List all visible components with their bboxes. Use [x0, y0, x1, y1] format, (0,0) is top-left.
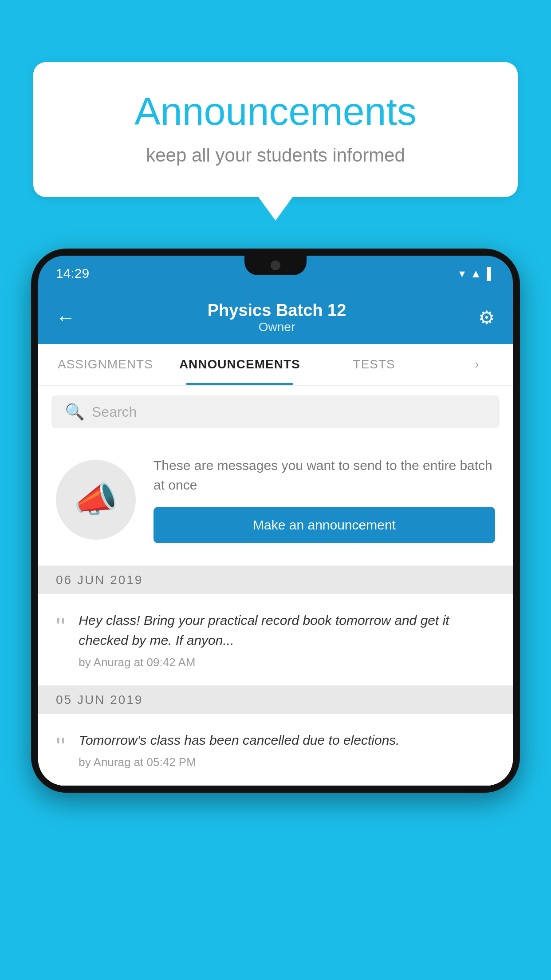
signal-icon: ▲ — [470, 267, 482, 281]
announcement-item-1: " Hey class! Bring your practical record… — [38, 594, 513, 686]
quote-icon-1: " — [56, 614, 65, 640]
wifi-icon: ▾ — [459, 267, 465, 281]
camera-dot — [271, 261, 280, 270]
status-bar: 14:29 ▾ ▲ ▌ — [38, 256, 513, 291]
search-placeholder: Search — [92, 404, 137, 420]
megaphone-icon: 📣 — [74, 479, 118, 521]
quote-icon-2: " — [56, 734, 65, 760]
announcement-text-2: Tomorrow's class has been cancelled due … — [79, 730, 495, 769]
phone-screen: ← Physics Batch 12 Owner ⚙ ASSIGNMENTS A… — [38, 291, 513, 786]
announcement-message-2: Tomorrow's class has been cancelled due … — [79, 730, 495, 750]
battery-icon: ▌ — [487, 267, 495, 281]
bubble-title: Announcements — [69, 89, 482, 134]
app-header: ← Physics Batch 12 Owner ⚙ — [38, 291, 513, 344]
phone-wrapper: 14:29 ▾ ▲ ▌ ← Physics Batch 12 Owner ⚙ — [31, 249, 520, 793]
announcement-prompt-right: These are messages you want to send to t… — [153, 456, 495, 543]
settings-icon[interactable]: ⚙ — [478, 307, 495, 328]
tab-assignments[interactable]: ASSIGNMENTS — [38, 344, 173, 385]
phone-notch — [244, 256, 307, 275]
status-icons: ▾ ▲ ▌ — [459, 267, 495, 281]
content-area: 🔍 Search 📣 These are messages you want t… — [38, 386, 513, 786]
user-role: Owner — [208, 320, 346, 334]
speech-bubble-card: Announcements keep all your students inf… — [33, 62, 518, 197]
search-input-wrap[interactable]: 🔍 Search — [51, 395, 500, 428]
status-time: 14:29 — [56, 266, 89, 281]
tabs-bar: ASSIGNMENTS ANNOUNCEMENTS TESTS › — [38, 344, 513, 386]
phone-device: 14:29 ▾ ▲ ▌ ← Physics Batch 12 Owner ⚙ — [31, 249, 520, 793]
announcement-meta-2: by Anurag at 05:42 PM — [79, 755, 495, 769]
search-bar: 🔍 Search — [38, 386, 513, 438]
batch-name: Physics Batch 12 — [208, 301, 346, 320]
announcement-text-1: Hey class! Bring your practical record b… — [79, 610, 495, 669]
date-separator-2: 05 JUN 2019 — [38, 686, 513, 714]
announcement-message-1: Hey class! Bring your practical record b… — [79, 610, 495, 650]
speech-bubble-section: Announcements keep all your students inf… — [33, 62, 518, 221]
bubble-subtitle: keep all your students informed — [69, 145, 482, 166]
announcement-item-2: " Tomorrow's class has been cancelled du… — [38, 714, 513, 786]
announcement-icon-circle: 📣 — [56, 460, 136, 540]
announcement-prompt-card: 📣 These are messages you want to send to… — [38, 438, 513, 566]
search-icon: 🔍 — [65, 403, 85, 421]
header-title-block: Physics Batch 12 Owner — [208, 301, 346, 334]
make-announcement-button[interactable]: Make an announcement — [153, 507, 495, 543]
back-button[interactable]: ← — [56, 307, 75, 329]
announcement-meta-1: by Anurag at 09:42 AM — [79, 656, 495, 669]
tab-more[interactable]: › — [441, 344, 513, 385]
announcement-description: These are messages you want to send to t… — [153, 456, 495, 494]
date-separator-1: 06 JUN 2019 — [38, 566, 513, 594]
tab-announcements[interactable]: ANNOUNCEMENTS — [173, 344, 307, 385]
bubble-tail — [258, 196, 293, 221]
tab-tests[interactable]: TESTS — [307, 344, 441, 385]
